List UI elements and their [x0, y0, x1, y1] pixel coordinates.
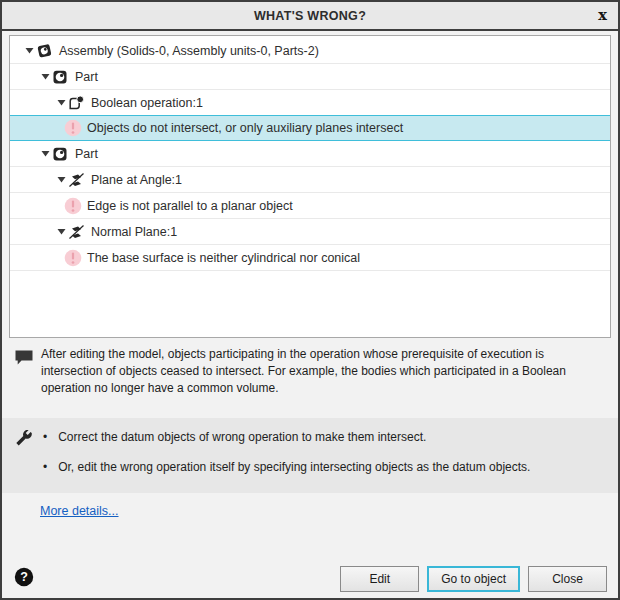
tree-error-item[interactable]: The base surface is neither cylindrical …	[10, 245, 610, 271]
part-icon	[52, 145, 72, 163]
tree-item-label: Plane at Angle:1	[91, 173, 182, 187]
close-icon[interactable]: x	[598, 5, 607, 25]
expander-down-icon[interactable]	[54, 225, 68, 239]
error-icon	[64, 249, 84, 267]
tree-error-item[interactable]: Edge is not parallel to a planar object	[10, 193, 610, 219]
plane-icon	[68, 171, 88, 189]
tree-item-label: Assembly (Solids-0, Assembly units-0, Pa…	[59, 44, 319, 58]
suggestions-section: Correct the datum objects of wrong opera…	[2, 418, 618, 493]
edit-button[interactable]: Edit	[340, 566, 419, 592]
tree-node-item[interactable]: Boolean operation:1	[10, 90, 610, 116]
dialog-titlebar[interactable]: WHAT'S WRONG? x	[2, 2, 618, 31]
tree-item-label: Part	[75, 147, 98, 161]
help-icon[interactable]: ?	[14, 567, 34, 587]
tree-item-label: Normal Plane:1	[91, 225, 177, 239]
error-icon	[64, 119, 84, 137]
tree-item-label: Part	[75, 70, 98, 84]
boolean-operation-icon	[68, 94, 88, 112]
svg-text:?: ?	[20, 570, 28, 584]
whats-wrong-dialog: WHAT'S WRONG? x Assembly (Solids-0, Asse…	[0, 0, 620, 600]
dialog-title: WHAT'S WRONG?	[254, 9, 366, 23]
tree-node-item[interactable]: Part	[10, 141, 610, 167]
suggestion-text: Or, edit the wrong operation itself by s…	[58, 459, 530, 475]
expander-down-icon[interactable]	[54, 96, 68, 110]
more-details-link[interactable]: More details...	[40, 504, 119, 518]
assembly-icon	[36, 42, 56, 60]
tree-node-item[interactable]: Part	[10, 64, 610, 90]
dialog-buttons: Edit Go to object Close	[340, 566, 607, 592]
tree-node-item[interactable]: Normal Plane:1	[10, 219, 610, 245]
error-tree: Assembly (Solids-0, Assembly units-0, Pa…	[9, 35, 611, 338]
tree-error-item[interactable]: Objects do not intersect, or only auxili…	[10, 115, 610, 141]
wrench-icon	[14, 430, 34, 453]
suggestion-list: Correct the datum objects of wrong opera…	[43, 429, 598, 489]
expander-down-icon[interactable]	[22, 44, 36, 58]
tree-item-label: The base surface is neither cylindrical …	[87, 251, 360, 265]
expander-down-icon[interactable]	[38, 70, 52, 84]
tree-item-label: Edge is not parallel to a planar object	[87, 199, 293, 213]
tree-item-label: Boolean operation:1	[91, 96, 203, 110]
part-icon	[52, 68, 72, 86]
suggestion-item: Or, edit the wrong operation itself by s…	[43, 459, 598, 475]
expander-down-icon[interactable]	[38, 147, 52, 161]
description-section: After editing the model, objects partici…	[14, 346, 612, 397]
description-text: After editing the model, objects partici…	[41, 346, 604, 397]
error-icon	[64, 197, 84, 215]
tree-node-item[interactable]: Assembly (Solids-0, Assembly units-0, Pa…	[10, 38, 610, 64]
plane-icon	[68, 223, 88, 241]
suggestion-text: Correct the datum objects of wrong opera…	[58, 429, 426, 445]
go-to-object-button[interactable]: Go to object	[427, 566, 520, 592]
expander-down-icon[interactable]	[54, 173, 68, 187]
comment-icon	[14, 349, 34, 370]
close-button[interactable]: Close	[528, 566, 607, 592]
tree-item-label: Objects do not intersect, or only auxili…	[87, 121, 403, 135]
suggestion-item: Correct the datum objects of wrong opera…	[43, 429, 598, 445]
tree-node-item[interactable]: Plane at Angle:1	[10, 167, 610, 193]
